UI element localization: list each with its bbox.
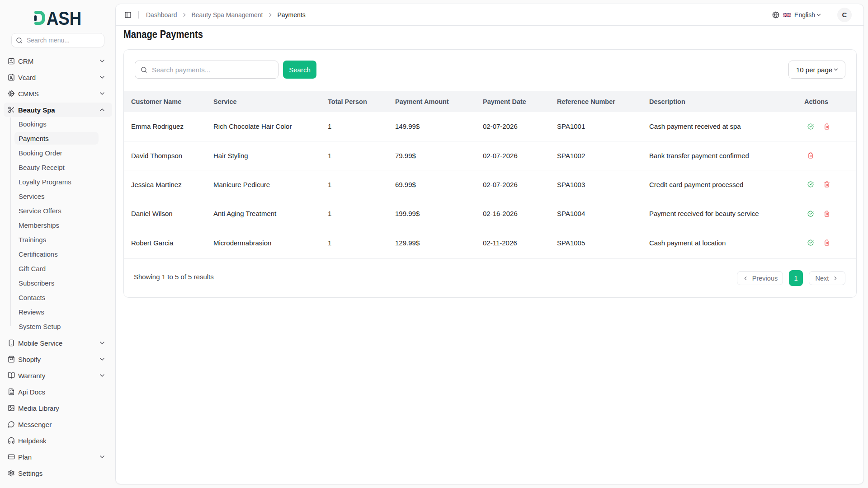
svg-text:ASH: ASH <box>47 11 81 25</box>
